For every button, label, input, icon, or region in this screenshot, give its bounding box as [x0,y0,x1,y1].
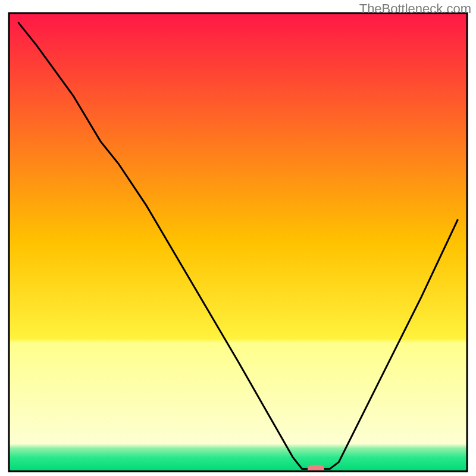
bottleneck-chart [0,0,476,476]
watermark-text: TheBottleneck.com [359,1,471,17]
chart-container: { "watermark": "TheBottleneck.com", "cha… [0,0,476,476]
gradient-background [9,13,467,471]
